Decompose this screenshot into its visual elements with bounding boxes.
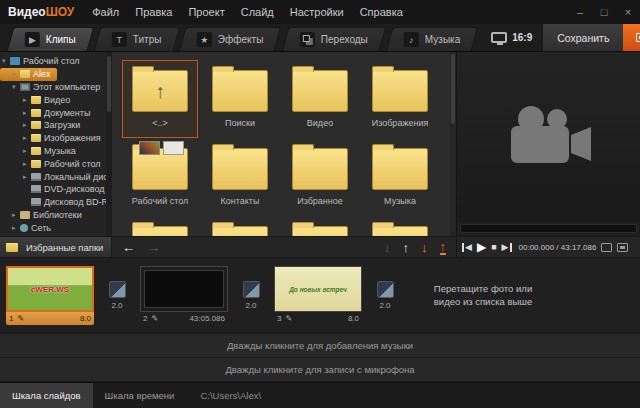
tab-music[interactable]: ♪ Музыка: [385, 27, 478, 51]
edit-icon[interactable]: ✎: [151, 314, 158, 323]
save-button[interactable]: Сохранить: [542, 24, 623, 51]
tab-transitions[interactable]: Переходы: [281, 27, 386, 51]
chevron-right-icon[interactable]: ▸: [23, 147, 31, 155]
tree-item-label: Рабочий стол: [23, 56, 80, 66]
tree-item-pictures[interactable]: ▸ Изображения: [0, 132, 106, 145]
chevron-down-icon[interactable]: ▾: [12, 83, 20, 91]
tree-item-label: Загрузки: [44, 120, 80, 130]
transition-1[interactable]: 2.0: [102, 281, 132, 310]
music-track-bar[interactable]: Дважды кликните для добавления музыки: [0, 334, 640, 358]
chevron-right-icon[interactable]: ▸: [12, 70, 20, 78]
chevron-right-icon[interactable]: ▸: [23, 134, 31, 142]
tree-item-videos[interactable]: ▸ Видео: [0, 93, 106, 106]
tree-item-music[interactable]: ▸ Музыка: [0, 145, 106, 158]
favorite-folders-button[interactable]: Избранные папки: [0, 237, 112, 257]
folder-item-contacts[interactable]: Контакты: [202, 138, 278, 216]
folder-grid-scrollbar[interactable]: [450, 52, 456, 236]
detach-preview-icon[interactable]: [617, 243, 628, 252]
microphone-track-bar[interactable]: Дважды кликните для записи с микрофона: [0, 358, 640, 382]
menu-file[interactable]: Файл: [92, 6, 119, 18]
folder-item-pictures[interactable]: Изображения: [362, 60, 438, 138]
seek-bar[interactable]: [460, 224, 637, 233]
tree-scrollbar[interactable]: [106, 52, 112, 236]
folder-item[interactable]: [202, 216, 278, 236]
folder-item-up[interactable]: ↑ <..>: [122, 60, 198, 138]
tab-slide-scale[interactable]: Шкала слайдов: [0, 383, 93, 408]
tab-effects[interactable]: ★ Эффекты: [179, 27, 282, 51]
slide-info: 1 ✎ 8.0: [6, 312, 94, 325]
skip-back-icon[interactable]: ◀: [462, 243, 472, 252]
slide-3[interactable]: До новых встреч 3 ✎ 8.0: [274, 266, 362, 325]
folder-tree: ▾ Рабочий стол ▸ Alex ▾ Этот компьютер ▸…: [0, 52, 106, 236]
edit-icon[interactable]: ✎: [285, 314, 292, 323]
stop-icon[interactable]: ■: [491, 243, 496, 252]
tree-item-label: DVD-дисковод (D:): [44, 184, 106, 194]
menu-project[interactable]: Проект: [188, 6, 224, 18]
folder-item-videos[interactable]: Видео: [282, 60, 358, 138]
menu-settings[interactable]: Настройки: [290, 6, 344, 18]
folder-item-favorites[interactable]: Избранное: [282, 138, 358, 216]
tree-item-documents[interactable]: ▸ Документы: [0, 106, 106, 119]
add-down-icon[interactable]: ↓: [421, 241, 428, 254]
tree-item-libraries[interactable]: ▸ Библиотеки: [0, 209, 106, 222]
video-camera-icon: [501, 104, 597, 170]
back-icon[interactable]: ←: [122, 241, 135, 254]
slide-thumbnail: [140, 266, 228, 312]
chevron-right-icon[interactable]: ▸: [23, 173, 31, 181]
tree-item-network[interactable]: ▸ Сеть: [0, 221, 106, 234]
video-preview[interactable]: [457, 52, 640, 222]
menu-help[interactable]: Справка: [360, 6, 403, 18]
tree-item-desktop[interactable]: ▾ Рабочий стол: [0, 55, 106, 68]
forward-icon[interactable]: →: [147, 241, 160, 254]
scrollbar-thumb[interactable]: [107, 56, 111, 112]
close-icon[interactable]: ×: [616, 0, 640, 24]
tab-label: Переходы: [321, 34, 368, 45]
tree-item-alex[interactable]: ▸ Alex: [0, 68, 57, 81]
play-icon[interactable]: ▶: [477, 241, 486, 253]
chevron-right-icon[interactable]: ▸: [23, 160, 31, 168]
tree-item-desktop-folder[interactable]: ▸ Рабочий стол: [0, 157, 106, 170]
tab-time-scale[interactable]: Шкала времени: [93, 383, 187, 408]
chevron-right-icon[interactable]: ▸: [23, 96, 31, 104]
tree-item-downloads[interactable]: ▸ Загрузки: [0, 119, 106, 132]
tree-item-dvd-drive[interactable]: DVD-дисковод (D:): [0, 183, 106, 196]
folder-item[interactable]: [122, 216, 198, 236]
chevron-right-icon[interactable]: ▸: [12, 224, 20, 232]
transition-2[interactable]: 2.0: [236, 281, 266, 310]
tree-item-local-disk[interactable]: ▸ Локальный диск (C:): [0, 170, 106, 183]
aspect-ratio-indicator[interactable]: 16:9: [481, 24, 542, 51]
move-up-icon[interactable]: ↑: [403, 241, 410, 254]
transition-duration: 2.0: [111, 301, 122, 310]
menu-edit[interactable]: Правка: [135, 6, 172, 18]
tree-item-bdrom-drive[interactable]: Дисковод BD-ROM: [0, 196, 106, 209]
tab-clips[interactable]: ▶ Клипы: [7, 27, 95, 51]
folder-item-desktop[interactable]: Рабочий стол: [122, 138, 198, 216]
move-down-icon[interactable]: ↓: [384, 241, 391, 254]
add-up-icon[interactable]: ↑: [440, 240, 447, 255]
tree-item-this-pc[interactable]: ▾ Этот компьютер: [0, 81, 106, 94]
folder-item-music[interactable]: Музыка: [362, 138, 438, 216]
chevron-down-icon[interactable]: ▾: [2, 57, 10, 65]
folder-item[interactable]: [282, 216, 358, 236]
fullscreen-icon[interactable]: [601, 243, 612, 252]
folder-item[interactable]: [362, 216, 438, 236]
minimize-icon[interactable]: –: [568, 0, 592, 24]
tab-titles[interactable]: T Титры: [93, 27, 179, 51]
create-button[interactable]: Создать: [623, 24, 640, 51]
slide-2[interactable]: 2 ✎ 43:05.086: [140, 266, 228, 325]
scrollbar-thumb[interactable]: [451, 54, 455, 124]
chevron-right-icon[interactable]: ▸: [12, 211, 20, 219]
transition-icon: [243, 281, 260, 298]
menu-slide[interactable]: Слайд: [241, 6, 274, 18]
main-area: ▾ Рабочий стол ▸ Alex ▾ Этот компьютер ▸…: [0, 52, 640, 236]
folder-item-searches[interactable]: Поиски: [202, 60, 278, 138]
slide-image: [141, 267, 227, 311]
chevron-right-icon[interactable]: ▸: [23, 109, 31, 117]
slide-1[interactable]: cWER.WS 1 ✎ 8.0: [6, 266, 94, 325]
edit-icon[interactable]: ✎: [17, 314, 24, 323]
skip-forward-icon[interactable]: ▶: [502, 243, 512, 252]
chevron-right-icon[interactable]: ▸: [23, 121, 31, 129]
maximize-icon[interactable]: □: [592, 0, 616, 24]
transition-3[interactable]: 2.0: [370, 281, 400, 310]
preview-panel: [456, 52, 640, 236]
